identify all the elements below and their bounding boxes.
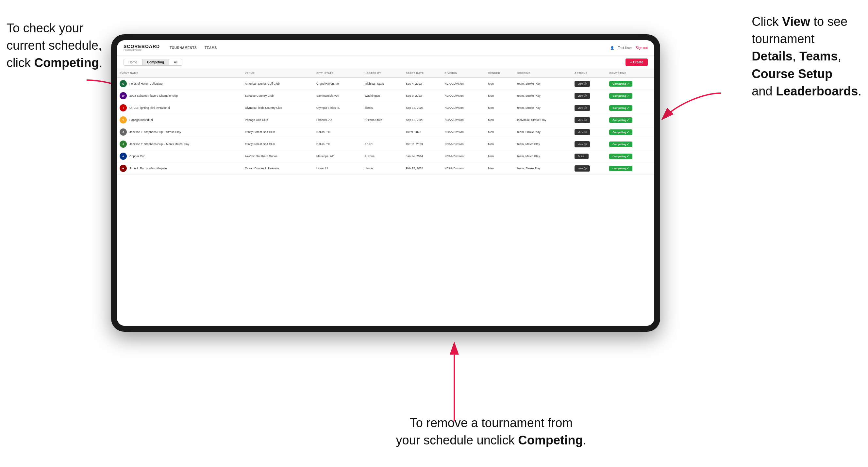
table-container: EVENT NAME VENUE CITY, STATE HOSTED BY S… [117, 69, 654, 326]
competing-button[interactable]: Competing ✓ [609, 142, 632, 147]
tablet-screen: SCOREBOARD Powered by clippi TOURNAMENTS… [117, 40, 654, 326]
competing-cell: Competing ✓ [607, 77, 654, 90]
table-row: S Folds of Honor Collegiate American Dun… [117, 77, 654, 90]
edit-button[interactable]: ✎ Edit [575, 154, 589, 159]
hosted-by-cell: Michigan State [362, 77, 403, 90]
scoring-cell: team, Stroke Play [515, 162, 572, 175]
city-state-cell: Phoenix, AZ [314, 114, 362, 126]
start-date-cell: Oct 11, 2023 [403, 138, 442, 150]
event-name: 2023 Sahalee Players Championship [129, 94, 178, 97]
table-header-row: EVENT NAME VENUE CITY, STATE HOSTED BY S… [117, 69, 654, 77]
actions-cell: ✎ Edit [572, 150, 607, 162]
competing-cell: Competing ✓ [607, 126, 654, 138]
event-name: Jackson T. Stephens Cup – Stroke Play [129, 130, 181, 134]
actions-cell: View ⓘ [572, 77, 607, 90]
hosted-by-cell: Arizona State [362, 114, 403, 126]
competing-button[interactable]: Competing ✓ [609, 105, 632, 111]
competing-cell: Competing ✓ [607, 162, 654, 175]
nav-teams[interactable]: TEAMS [205, 45, 217, 51]
gender-cell: Men [485, 150, 515, 162]
venue-cell: Olympia Fields Country Club [242, 102, 314, 114]
table-row: J Jackson T. Stephens Cup – Men's Match … [117, 138, 654, 150]
view-button[interactable]: View ⓘ [575, 117, 590, 123]
team-logo: S [120, 80, 127, 87]
signout-link[interactable]: Sign out [636, 46, 648, 50]
view-button[interactable]: View ⓘ [575, 129, 590, 135]
col-gender: GENDER [485, 69, 515, 77]
tournaments-table: EVENT NAME VENUE CITY, STATE HOSTED BY S… [117, 69, 654, 175]
view-arrow [659, 90, 724, 123]
competing-button[interactable]: Competing ✓ [609, 166, 632, 171]
gender-cell: Men [485, 126, 515, 138]
competing-button[interactable]: Competing ✓ [609, 81, 632, 87]
start-date-cell: Oct 9, 2023 [403, 126, 442, 138]
table-row: A Copper Cup Ak-Chin Southern DunesMaric… [117, 150, 654, 162]
actions-cell: View ⓘ [572, 126, 607, 138]
navbar: SCOREBOARD Powered by clippi TOURNAMENTS… [117, 40, 654, 56]
gender-cell: Men [485, 102, 515, 114]
city-state-cell: Lihue, HI [314, 162, 362, 175]
view-button[interactable]: View ⓘ [575, 165, 590, 172]
competing-cell: Competing ✓ [607, 102, 654, 114]
event-name-cell-5: J Jackson T. Stephens Cup – Men's Match … [117, 138, 242, 150]
col-hosted-by: HOSTED BY [362, 69, 403, 77]
tab-home[interactable]: Home [124, 59, 142, 66]
event-name-cell-4: J Jackson T. Stephens Cup – Stroke Play [117, 126, 242, 138]
competing-button[interactable]: Competing ✓ [609, 117, 632, 123]
view-button[interactable]: View ⓘ [575, 81, 590, 87]
division-cell: NCAA Division I [442, 77, 485, 90]
start-date-cell: Jan 14, 2024 [403, 150, 442, 162]
competing-button[interactable]: Competing ✓ [609, 129, 632, 135]
view-button[interactable]: View ⓘ [575, 93, 590, 99]
col-actions: ACTIONS [572, 69, 607, 77]
gender-cell: Men [485, 114, 515, 126]
nav-right: 👤 Test User Sign out [610, 46, 648, 50]
event-name: Papago Individual [129, 118, 153, 122]
division-cell: NCAA Division I [442, 162, 485, 175]
bottom-arrow [448, 340, 461, 421]
gender-cell: Men [485, 138, 515, 150]
competing-button[interactable]: Competing ✓ [609, 154, 632, 159]
competing-cell: Competing ✓ [607, 114, 654, 126]
table-row: Y Papago Individual Papago Golf ClubPhoe… [117, 114, 654, 126]
table-row: W 2023 Sahalee Players Championship Saha… [117, 90, 654, 102]
view-button[interactable]: View ⓘ [575, 105, 590, 111]
gender-cell: Men [485, 90, 515, 102]
start-date-cell: Sep 18, 2023 [403, 114, 442, 126]
city-state-cell: Olympia Fields, IL [314, 102, 362, 114]
competing-button[interactable]: Competing ✓ [609, 93, 632, 99]
venue-cell: Ak-Chin Southern Dunes [242, 150, 314, 162]
table-body: S Folds of Honor Collegiate American Dun… [117, 77, 654, 175]
event-name: John A. Burns Intercollegiate [129, 167, 167, 170]
table-row: I OFCC Fighting Illini Invitational Olym… [117, 102, 654, 114]
tab-all[interactable]: All [169, 59, 182, 66]
team-logo: H [120, 165, 127, 172]
scoring-cell: team, Match Play [515, 150, 572, 162]
brand-title: SCOREBOARD [124, 44, 160, 49]
start-date-cell: Sep 4, 2023 [403, 77, 442, 90]
create-button[interactable]: + Create [625, 59, 648, 66]
hosted-by-cell: Illinois [362, 102, 403, 114]
event-name: Folds of Honor Collegiate [129, 82, 163, 85]
actions-cell: View ⓘ [572, 162, 607, 175]
hosted-by-cell: Arizona [362, 150, 403, 162]
city-state-cell: Dallas, TX [314, 138, 362, 150]
event-name-cell-7: H John A. Burns Intercollegiate [117, 162, 242, 175]
tab-competing[interactable]: Competing [142, 59, 169, 66]
nav-tournaments[interactable]: TOURNAMENTS [169, 45, 197, 51]
user-icon: 👤 [610, 46, 614, 50]
hosted-by-cell: Hawaii [362, 162, 403, 175]
event-name-cell-1: W 2023 Sahalee Players Championship [117, 90, 242, 102]
col-division: DIVISION [442, 69, 485, 77]
event-name-cell-2: I OFCC Fighting Illini Invitational [117, 102, 242, 114]
venue-cell: Papago Golf Club [242, 114, 314, 126]
division-cell: NCAA Division I [442, 90, 485, 102]
event-name: Jackson T. Stephens Cup – Men's Match Pl… [129, 143, 189, 146]
annotation-bottom: To remove a tournament from your schedul… [396, 414, 586, 449]
view-button[interactable]: View ⓘ [575, 141, 590, 147]
actions-cell: View ⓘ [572, 114, 607, 126]
actions-cell: View ⓘ [572, 102, 607, 114]
hosted-by-cell [362, 126, 403, 138]
division-cell: NCAA Division I [442, 150, 485, 162]
competing-cell: Competing ✓ [607, 138, 654, 150]
